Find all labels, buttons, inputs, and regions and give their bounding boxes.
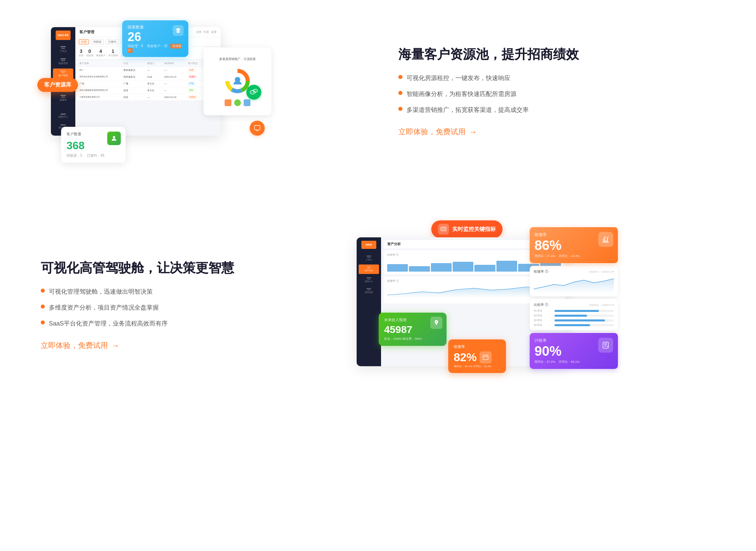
crm-mockup-wrapper: 招科邦·资管 工作台 房源管理 客户管理 渠道 <box>41 20 271 163</box>
float-line-count-card: 线索数量 26 待处理：8 有效客户：32 新增客户 <box>122 20 188 57</box>
float-future-revenue-card: 未来收入预测 45987 租金：24600 物业费：9600 <box>379 313 447 346</box>
crm-table-header: 客户名称 行业 跟进人 来访时间 客户状态 未来需求 租期需求 预计到期 <box>77 60 219 67</box>
filter-signed[interactable]: 已签约 <box>106 39 119 44</box>
arrow-right-icon-2: → <box>111 341 119 350</box>
customer-count-number: 368 <box>67 139 84 152</box>
float-collection-card: 收缴率 82% 周环比：34.5% 月环比：45.9% <box>448 339 506 373</box>
filter-all[interactable]: 全部 <box>79 39 89 44</box>
sidebar-item-2[interactable]: 房源管理 <box>53 56 73 67</box>
section1-text: 海量客户资源池，提升招商绩效 可视化房源租控，一键发布，快速响应 智能画像分析，… <box>378 46 715 137</box>
channel-3 <box>244 99 250 106</box>
rp-collection-card: 收缴率 86% 周环比：27.4% 月环比：18.3% <box>530 227 618 263</box>
rp-occ-text: 计租率 90% 周环比：37.2% 月环比：58.1% <box>534 338 580 364</box>
table-row: 广场 广播 李大生 — 广告 广播客户 800㎡2 — <box>77 80 219 87</box>
sidebar-item-1[interactable]: 工作台 <box>53 44 73 55</box>
filter-pending[interactable]: 待跟进 <box>91 39 104 44</box>
occ-bar-track-2 <box>554 315 614 317</box>
bar-2 <box>409 266 430 272</box>
right-panel: 收缴率 86% 周环比：27.4% 月环比：18.3% <box>530 227 618 376</box>
rp-collection-chart-card: 收缴率 ① 2020/01 ~ 2020/12 ▾ <box>530 266 618 296</box>
dash-nav-4[interactable]: 系统设置 <box>359 286 379 296</box>
stat-pending: 0 待处理 <box>86 48 93 57</box>
feature-text-1: 可视化房源租控，一键发布，快速响应 <box>407 74 510 83</box>
dash-sidebar: 招科邦 工作台 资产分析 招商中心 系统设置 <box>357 237 381 366</box>
rp-collection-inner: 收缴率 86% 周环比：27.4% 月环比：18.3% <box>534 232 613 258</box>
orange-badge-icon <box>250 121 265 136</box>
rp-occ-header: 出租率 ① 2020/01 ~ 2020/12 ▾ <box>534 302 614 307</box>
monitor-badge-text: 实时监控关键指标 <box>452 226 496 233</box>
occ-bar-row-4: 第4季度 <box>534 323 614 327</box>
svg-point-0 <box>113 136 115 138</box>
bar-1 <box>387 264 408 272</box>
cta-text-1: 立即体验，免费试用 <box>398 127 466 137</box>
monitor-badge: 实时监控关键指标 <box>431 220 503 238</box>
sidebar-item-5[interactable]: 招商中心 <box>53 111 73 121</box>
crm-logo: 招科邦·资管 <box>56 31 71 40</box>
feature-dot-4 <box>41 289 45 293</box>
occ-bar-row-2: 第2季度 <box>534 314 614 317</box>
revenue-icon <box>430 317 442 329</box>
occ-bar-fill-4 <box>554 324 590 326</box>
feature-text-5: 多维度资产分析，项目资产情况全盘掌握 <box>49 303 159 312</box>
table-row: 小葱科技股份有限公司 科技 — 2022-01-02 待跟进 中介 — — <box>77 94 219 101</box>
stack-icon <box>173 25 184 36</box>
rp-collection-number: 86% <box>534 238 580 253</box>
feature-dot-5 <box>41 304 45 309</box>
svg-rect-13 <box>603 342 608 348</box>
section2-text: 可视化高管驾驶舱，让决策更智慧 可视化管理驾驶舱，迅速做出明智决策 多维度资产分… <box>41 260 333 351</box>
dash-content-title: 资产分析 <box>387 242 401 247</box>
table-row: 深圳大鹏酒家资源管理有限公司 投资 李大生 — 意向 — — — <box>77 87 219 94</box>
dash-nav-assets[interactable]: 资产分析 <box>359 264 379 274</box>
rp-occupancy-big-card: 计租率 90% 周环比：37.2% 月环比：58.1% <box>530 333 618 369</box>
marketing-title: 多渠道营销推广，引流拓客 <box>219 57 256 61</box>
float-customer-count-card: 客户数量 368 待跟进：3 已签约：45 <box>61 127 126 163</box>
rp-collection-text: 收缴率 86% 周环比：27.4% 月环比：18.3% <box>534 232 580 258</box>
channel-icons <box>225 99 250 106</box>
bar-4 <box>453 262 473 272</box>
channel-1 <box>225 99 231 106</box>
dash-logo: 招科邦 <box>361 241 376 249</box>
wechat-float-icon <box>246 85 261 100</box>
occ-bar-fill-2 <box>554 315 587 317</box>
sidebar-item-4[interactable]: 线索库 <box>53 93 73 104</box>
feature-text-2: 智能画像分析，为租客快速匹配所需房源 <box>407 90 516 99</box>
stat-effective: 4 有效客户 <box>96 48 106 57</box>
arrow-right-icon: → <box>469 127 477 137</box>
section2-heading: 可视化高管驾驶舱，让决策更智慧 <box>41 260 319 276</box>
customer-resource-badge[interactable]: 客户资源库 <box>37 78 78 92</box>
section2-cta[interactable]: 立即体验，免费试用 → <box>41 340 319 351</box>
collection-icon <box>479 351 492 363</box>
feature-item-5: 多维度资产分析，项目资产情况全盘掌握 <box>41 303 319 312</box>
rp-occ-icon <box>598 338 613 353</box>
section2: 可视化高管驾驶舱，让决策更智慧 可视化管理驾驶舱，迅速做出明智决策 多维度资产分… <box>0 203 756 407</box>
occ-bar-fill-1 <box>554 310 599 312</box>
feature-dot-6 <box>41 320 45 324</box>
section2-mockup: 实时监控关键指标 招科邦 工作台 资产分析 <box>353 224 715 387</box>
occ-bar-fill-3 <box>554 319 605 321</box>
collection-number: 82% <box>454 351 477 364</box>
feature-dot-2 <box>398 91 402 95</box>
feature-item-1: 可视化房源租控，一键发布，快速响应 <box>398 74 715 83</box>
rp-line-chart <box>534 276 614 293</box>
feature-dot-3 <box>398 107 402 111</box>
line-count-title: 线索数量 <box>128 24 144 30</box>
feature-item-3: 多渠道营销推广，拓宽获客渠道，提高成交率 <box>398 105 715 115</box>
rp-collection-label: 收缴率 <box>534 232 580 238</box>
section1-cta[interactable]: 立即体验，免费试用 → <box>398 127 715 137</box>
table-row: 刘一 教务服务业 — — 在谈 意向 — — <box>77 67 219 74</box>
dash-nav-3[interactable]: 招商中心 <box>359 275 379 285</box>
rp-occ-inner: 计租率 90% 周环比：37.2% 月环比：58.1% <box>534 338 613 364</box>
bar-6 <box>496 261 517 272</box>
line-count-number: 26 <box>128 30 144 44</box>
collection-label: 收缴率 <box>454 344 500 349</box>
dash-nav-1[interactable]: 工作台 <box>359 254 379 263</box>
occ-bar-row-3: 第3季度 <box>534 319 614 322</box>
rp-collection-stats: 周环比：27.4% 月环比：18.3% <box>534 254 580 258</box>
person-icon <box>107 132 121 145</box>
table-row: 深圳市好多家文化传媒有限公司 商务服务业 Kula 2022-01-12 在谈中… <box>77 74 219 80</box>
section1-heading: 海量客户资源池，提升招商绩效 <box>398 46 715 63</box>
crm-table: 客户名称 行业 跟进人 来访时间 客户状态 未来需求 租期需求 预计到期 刘一 <box>77 60 219 101</box>
crm-page-title: 客户管理 <box>79 29 94 35</box>
stat-this-month: 1 本月新增 <box>108 48 118 57</box>
occ-bar-track-3 <box>554 319 614 321</box>
